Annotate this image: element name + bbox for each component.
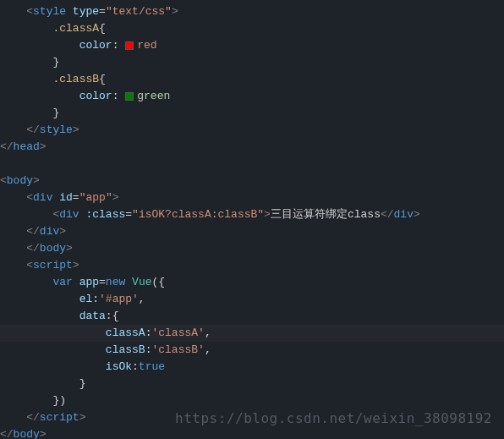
code-line: <script> [0, 257, 504, 274]
code-line: }) [0, 392, 504, 409]
code-line: color: red [0, 37, 504, 54]
code-line: .classA{ [0, 20, 504, 37]
color-swatch-green [125, 92, 134, 101]
code-line [0, 156, 504, 173]
code-line: <div :class="isOK?classA:classB">三目运算符绑定… [0, 206, 504, 223]
code-line: <style type="text/css"> [0, 3, 504, 20]
code-line: </style> [0, 122, 504, 139]
code-line: el:'#app', [0, 291, 504, 308]
code-line: </body> [0, 240, 504, 257]
code-line: .classB{ [0, 71, 504, 88]
code-line: color: green [0, 88, 504, 105]
code-line: data:{ [0, 308, 504, 325]
code-line: </head> [0, 139, 504, 156]
code-line: classA:'classA', [0, 325, 504, 342]
code-line: } [0, 105, 504, 122]
code-line: var app=new Vue({ [0, 274, 504, 291]
color-swatch-red [125, 41, 134, 50]
code-line: </body> [0, 426, 504, 439]
code-line: <div id="app"> [0, 189, 504, 206]
code-editor[interactable]: <style type="text/css"> .classA{ color: … [0, 3, 504, 439]
watermark-text: https://blog.csdn.net/weixin_38098192 [175, 410, 492, 427]
code-line: } [0, 376, 504, 392]
code-line: classB:'classB', [0, 342, 504, 359]
code-line: </div> [0, 223, 504, 240]
code-line: isOk:true [0, 359, 504, 376]
code-line: <body> [0, 173, 504, 189]
code-line: } [0, 54, 504, 71]
